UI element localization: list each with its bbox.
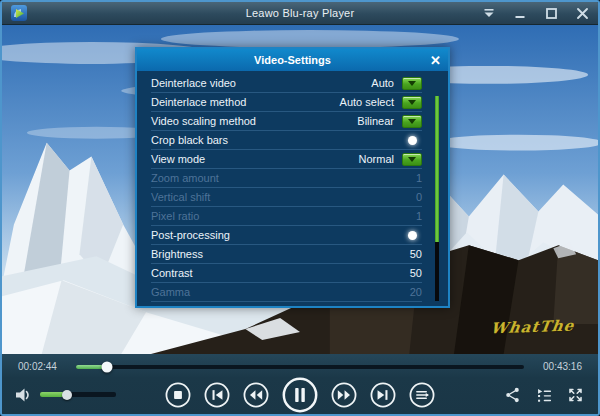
settings-row[interactable]: View mode Normal: [151, 150, 422, 169]
control-bar: 00:02:44 00:43:16: [2, 354, 598, 414]
setting-control-slot: [402, 153, 422, 166]
setting-value: Auto select: [340, 96, 394, 108]
pause-button[interactable]: [281, 376, 319, 414]
settings-row[interactable]: Video scaling method Bilinear: [151, 112, 422, 131]
stop-button[interactable]: [164, 381, 192, 409]
setting-value: Auto: [371, 77, 394, 89]
playback-controls: [164, 376, 436, 414]
setting-label: Brightness: [151, 248, 410, 260]
titlebar: Leawo Blu-ray Player: [2, 2, 598, 25]
setting-value: 50: [410, 248, 422, 260]
maximize-icon[interactable]: [543, 5, 559, 21]
dialog-title: Video-Settings: [137, 54, 448, 66]
setting-label: Deinterlace method: [151, 96, 340, 108]
settings-row[interactable]: Zoom amount 1: [151, 169, 422, 188]
setting-label: Zoom amount: [151, 172, 416, 184]
minimize-icon[interactable]: [512, 5, 528, 21]
settings-row[interactable]: Vertical shift 0: [151, 188, 422, 207]
share-icon[interactable]: [504, 386, 521, 403]
dropdown-button[interactable]: [402, 153, 422, 166]
dropdown-button[interactable]: [402, 115, 422, 128]
chevron-down-icon: [408, 81, 416, 86]
close-icon[interactable]: [574, 5, 590, 21]
dialog-close-icon[interactable]: ✕: [430, 49, 441, 71]
setting-label: Vertical shift: [151, 191, 416, 203]
setting-value: 50: [410, 267, 422, 279]
video-settings-dialog: Video-Settings ✕ Deinterlace video Auto …: [135, 47, 450, 308]
toggle-dot[interactable]: [408, 231, 417, 240]
setting-value: Normal: [359, 153, 394, 165]
setting-value: 0: [416, 191, 422, 203]
setting-label: Post-processing: [151, 229, 394, 241]
rewind-button[interactable]: [242, 381, 270, 409]
fullscreen-icon[interactable]: [567, 386, 584, 403]
setting-control-slot: [402, 231, 422, 240]
settings-row[interactable]: Crop black bars: [151, 131, 422, 150]
setting-control-slot: [402, 96, 422, 109]
settings-row[interactable]: Post-processing: [151, 226, 422, 245]
setting-label: Gamma: [151, 286, 410, 298]
volume-handle[interactable]: [62, 390, 72, 400]
setting-label: Video scaling method: [151, 115, 357, 127]
volume-group: [14, 387, 116, 403]
playlist-icon[interactable]: [535, 386, 553, 403]
right-controls: [504, 386, 584, 403]
watermark-text: WhatThe: [489, 317, 575, 338]
settings-row[interactable]: Gamma 20: [151, 283, 422, 302]
total-time: 00:43:16: [534, 361, 582, 372]
setting-control-slot: [402, 77, 422, 90]
setting-label: Deinterlace video: [151, 77, 371, 89]
seek-handle[interactable]: [102, 361, 113, 372]
setting-control-slot: [402, 115, 422, 128]
settings-row[interactable]: Deinterlace video Auto: [151, 74, 422, 93]
setting-value: 1: [416, 210, 422, 222]
previous-button[interactable]: [203, 381, 231, 409]
dropdown-button[interactable]: [402, 96, 422, 109]
chevron-down-icon: [408, 157, 416, 162]
settings-list: Deinterlace video Auto Deinterlace metho…: [151, 74, 422, 302]
fast-forward-button[interactable]: [330, 381, 358, 409]
setting-value: 20: [410, 286, 422, 298]
dropdown-button[interactable]: [402, 77, 422, 90]
setting-label: Pixel ratio: [151, 210, 416, 222]
setting-label: Crop black bars: [151, 134, 394, 146]
settings-row[interactable]: Pixel ratio 1: [151, 207, 422, 226]
dialog-scrollbar-thumb[interactable]: [435, 96, 439, 242]
setting-label: View mode: [151, 153, 359, 165]
player-window: Leawo Blu-ray Player: [0, 0, 600, 416]
elapsed-time: 00:02:44: [18, 361, 66, 372]
next-button[interactable]: [369, 381, 397, 409]
setting-value: Bilinear: [357, 115, 394, 127]
speaker-icon[interactable]: [14, 387, 32, 403]
chevron-down-icon: [408, 119, 416, 124]
settings-row[interactable]: Deinterlace method Auto select: [151, 93, 422, 112]
dialog-scrollbar[interactable]: [435, 96, 439, 301]
setting-label: Contrast: [151, 267, 410, 279]
settings-row[interactable]: Contrast 50: [151, 264, 422, 283]
queue-button[interactable]: [408, 381, 436, 409]
settings-row[interactable]: Brightness 50: [151, 245, 422, 264]
seek-bar[interactable]: [76, 365, 524, 369]
volume-slider[interactable]: [40, 392, 116, 397]
setting-value: 1: [416, 172, 422, 184]
leawo-logo-icon: [10, 4, 28, 22]
toggle-dot[interactable]: [408, 136, 417, 145]
setting-control-slot: [402, 136, 422, 145]
dialog-header: Video-Settings ✕: [137, 49, 448, 71]
menu-icon[interactable]: [481, 5, 497, 21]
chevron-down-icon: [408, 100, 416, 105]
